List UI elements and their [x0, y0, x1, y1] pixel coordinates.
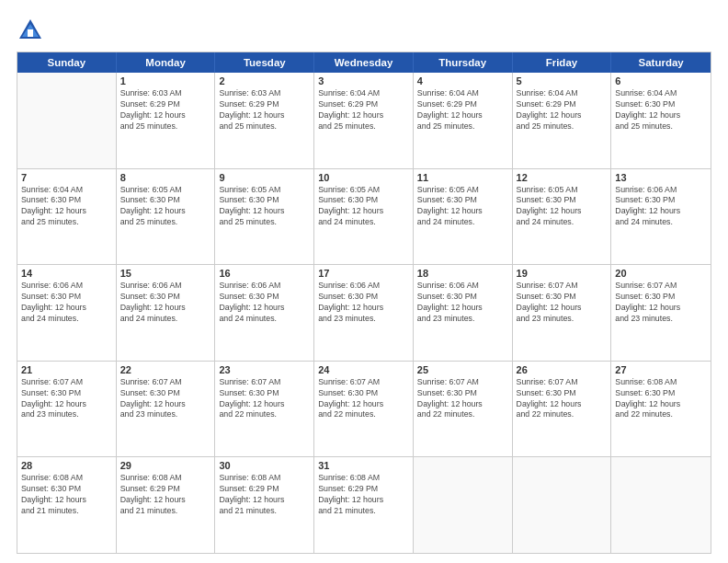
day-number: 25: [417, 364, 508, 375]
calendar-cell: 14Sunrise: 6:06 AM Sunset: 6:30 PM Dayli…: [17, 265, 117, 361]
day-number: 6: [615, 75, 707, 86]
calendar-row: 21Sunrise: 6:07 AM Sunset: 6:30 PM Dayli…: [17, 361, 711, 457]
day-number: 24: [318, 364, 409, 375]
cell-info: Sunrise: 6:08 AM Sunset: 6:29 PM Dayligh…: [219, 473, 310, 517]
calendar: SundayMondayTuesdayWednesdayThursdayFrid…: [17, 52, 711, 554]
calendar-row: 7Sunrise: 6:04 AM Sunset: 6:30 PM Daylig…: [17, 168, 711, 265]
calendar-cell: 26Sunrise: 6:07 AM Sunset: 6:30 PM Dayli…: [513, 362, 612, 457]
calendar-header: SundayMondayTuesdayWednesdayThursdayFrid…: [17, 52, 711, 73]
calendar-cell: 20Sunrise: 6:07 AM Sunset: 6:30 PM Dayli…: [611, 265, 711, 361]
calendar-cell: 16Sunrise: 6:06 AM Sunset: 6:30 PM Dayli…: [215, 265, 314, 361]
day-number: 5: [517, 75, 608, 86]
logo-icon: [17, 17, 44, 44]
calendar-cell: 25Sunrise: 6:07 AM Sunset: 6:30 PM Dayli…: [414, 362, 513, 457]
cell-info: Sunrise: 6:07 AM Sunset: 6:30 PM Dayligh…: [417, 377, 508, 421]
cell-info: Sunrise: 6:06 AM Sunset: 6:30 PM Dayligh…: [615, 185, 707, 229]
cell-info: Sunrise: 6:06 AM Sunset: 6:30 PM Dayligh…: [318, 281, 409, 325]
day-number: 10: [318, 172, 409, 183]
day-number: 2: [219, 75, 310, 86]
calendar-cell: 29Sunrise: 6:08 AM Sunset: 6:29 PM Dayli…: [117, 457, 216, 553]
calendar-cell: 19Sunrise: 6:07 AM Sunset: 6:30 PM Dayli…: [513, 265, 612, 361]
cell-info: Sunrise: 6:04 AM Sunset: 6:29 PM Dayligh…: [318, 88, 409, 132]
day-number: 19: [517, 268, 608, 279]
calendar-cell: 1Sunrise: 6:03 AM Sunset: 6:29 PM Daylig…: [117, 73, 216, 168]
day-number: 23: [219, 364, 310, 375]
calendar-cell: 4Sunrise: 6:04 AM Sunset: 6:29 PM Daylig…: [414, 73, 513, 168]
day-number: 30: [219, 460, 310, 471]
day-number: 9: [219, 172, 310, 183]
day-number: 15: [120, 268, 211, 279]
day-number: 17: [318, 268, 409, 279]
cell-info: Sunrise: 6:05 AM Sunset: 6:30 PM Dayligh…: [120, 185, 211, 229]
logo: [17, 17, 48, 44]
day-number: 13: [615, 172, 707, 183]
cell-info: Sunrise: 6:08 AM Sunset: 6:30 PM Dayligh…: [615, 377, 707, 421]
day-number: 11: [417, 172, 508, 183]
calendar-header-cell: Tuesday: [215, 52, 314, 73]
day-number: 12: [517, 172, 608, 183]
day-number: 21: [21, 364, 112, 375]
calendar-cell: [17, 73, 117, 168]
calendar-cell: 2Sunrise: 6:03 AM Sunset: 6:29 PM Daylig…: [215, 73, 314, 168]
calendar-header-cell: Thursday: [414, 52, 513, 73]
cell-info: Sunrise: 6:08 AM Sunset: 6:29 PM Dayligh…: [120, 473, 211, 517]
cell-info: Sunrise: 6:07 AM Sunset: 6:30 PM Dayligh…: [615, 281, 707, 325]
calendar-cell: 18Sunrise: 6:06 AM Sunset: 6:30 PM Dayli…: [414, 265, 513, 361]
day-number: 7: [21, 172, 112, 183]
cell-info: Sunrise: 6:07 AM Sunset: 6:30 PM Dayligh…: [219, 377, 310, 421]
calendar-cell: 27Sunrise: 6:08 AM Sunset: 6:30 PM Dayli…: [611, 362, 711, 457]
cell-info: Sunrise: 6:03 AM Sunset: 6:29 PM Dayligh…: [219, 88, 310, 132]
cell-info: Sunrise: 6:04 AM Sunset: 6:30 PM Dayligh…: [615, 88, 707, 132]
header: [17, 17, 711, 44]
cell-info: Sunrise: 6:07 AM Sunset: 6:30 PM Dayligh…: [318, 377, 409, 421]
calendar-cell: [513, 457, 612, 553]
calendar-row: 1Sunrise: 6:03 AM Sunset: 6:29 PM Daylig…: [17, 73, 711, 168]
day-number: 18: [417, 268, 508, 279]
cell-info: Sunrise: 6:06 AM Sunset: 6:30 PM Dayligh…: [219, 281, 310, 325]
calendar-cell: 17Sunrise: 6:06 AM Sunset: 6:30 PM Dayli…: [314, 265, 414, 361]
day-number: 29: [120, 460, 211, 471]
day-number: 16: [219, 268, 310, 279]
calendar-header-cell: Sunday: [17, 52, 117, 73]
cell-info: Sunrise: 6:07 AM Sunset: 6:30 PM Dayligh…: [120, 377, 211, 421]
cell-info: Sunrise: 6:06 AM Sunset: 6:30 PM Dayligh…: [21, 281, 112, 325]
calendar-row: 28Sunrise: 6:08 AM Sunset: 6:30 PM Dayli…: [17, 456, 711, 553]
calendar-cell: [414, 457, 513, 553]
calendar-cell: 30Sunrise: 6:08 AM Sunset: 6:29 PM Dayli…: [215, 457, 314, 553]
calendar-body: 1Sunrise: 6:03 AM Sunset: 6:29 PM Daylig…: [17, 73, 711, 553]
day-number: 3: [318, 75, 409, 86]
day-number: 8: [120, 172, 211, 183]
day-number: 20: [615, 268, 707, 279]
calendar-cell: 24Sunrise: 6:07 AM Sunset: 6:30 PM Dayli…: [314, 362, 414, 457]
calendar-cell: 3Sunrise: 6:04 AM Sunset: 6:29 PM Daylig…: [314, 73, 414, 168]
calendar-cell: 8Sunrise: 6:05 AM Sunset: 6:30 PM Daylig…: [117, 169, 216, 265]
calendar-cell: 15Sunrise: 6:06 AM Sunset: 6:30 PM Dayli…: [117, 265, 216, 361]
svg-rect-2: [28, 29, 33, 37]
cell-info: Sunrise: 6:08 AM Sunset: 6:30 PM Dayligh…: [21, 473, 112, 517]
calendar-row: 14Sunrise: 6:06 AM Sunset: 6:30 PM Dayli…: [17, 264, 711, 361]
day-number: 22: [120, 364, 211, 375]
day-number: 4: [417, 75, 508, 86]
cell-info: Sunrise: 6:05 AM Sunset: 6:30 PM Dayligh…: [219, 185, 310, 229]
cell-info: Sunrise: 6:07 AM Sunset: 6:30 PM Dayligh…: [517, 281, 608, 325]
calendar-cell: 6Sunrise: 6:04 AM Sunset: 6:30 PM Daylig…: [611, 73, 711, 168]
day-number: 1: [120, 75, 211, 86]
calendar-cell: 13Sunrise: 6:06 AM Sunset: 6:30 PM Dayli…: [611, 169, 711, 265]
calendar-cell: 10Sunrise: 6:05 AM Sunset: 6:30 PM Dayli…: [314, 169, 414, 265]
cell-info: Sunrise: 6:07 AM Sunset: 6:30 PM Dayligh…: [21, 377, 112, 421]
calendar-cell: 12Sunrise: 6:05 AM Sunset: 6:30 PM Dayli…: [513, 169, 612, 265]
cell-info: Sunrise: 6:04 AM Sunset: 6:29 PM Dayligh…: [517, 88, 608, 132]
cell-info: Sunrise: 6:04 AM Sunset: 6:30 PM Dayligh…: [21, 185, 112, 229]
cell-info: Sunrise: 6:05 AM Sunset: 6:30 PM Dayligh…: [318, 185, 409, 229]
calendar-cell: 5Sunrise: 6:04 AM Sunset: 6:29 PM Daylig…: [513, 73, 612, 168]
calendar-cell: 28Sunrise: 6:08 AM Sunset: 6:30 PM Dayli…: [17, 457, 117, 553]
calendar-cell: 9Sunrise: 6:05 AM Sunset: 6:30 PM Daylig…: [215, 169, 314, 265]
cell-info: Sunrise: 6:03 AM Sunset: 6:29 PM Dayligh…: [120, 88, 211, 132]
day-number: 14: [21, 268, 112, 279]
cell-info: Sunrise: 6:04 AM Sunset: 6:29 PM Dayligh…: [417, 88, 508, 132]
calendar-header-cell: Monday: [117, 52, 216, 73]
cell-info: Sunrise: 6:06 AM Sunset: 6:30 PM Dayligh…: [120, 281, 211, 325]
calendar-cell: 31Sunrise: 6:08 AM Sunset: 6:29 PM Dayli…: [314, 457, 414, 553]
cell-info: Sunrise: 6:05 AM Sunset: 6:30 PM Dayligh…: [517, 185, 608, 229]
page: SundayMondayTuesdayWednesdayThursdayFrid…: [0, 0, 728, 563]
